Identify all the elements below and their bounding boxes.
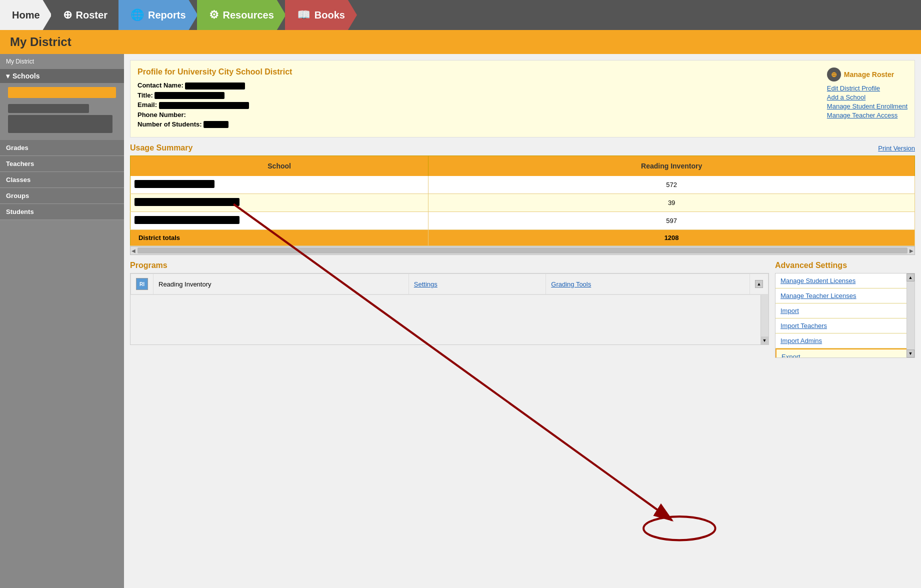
program-row: RI Reading Inventory Settings Grading To…: [131, 274, 768, 294]
advanced-title: Advanced Settings: [775, 261, 915, 270]
reading-cell-1: 572: [428, 176, 915, 194]
usage-title: Usage Summary: [130, 144, 192, 152]
manage-student-licenses-item[interactable]: Manage Student Licenses: [776, 274, 914, 288]
import-item[interactable]: Import: [776, 304, 914, 318]
table-row: 39: [130, 194, 915, 212]
school-cell-3: [130, 212, 428, 230]
program-icon-cell: RI: [131, 274, 154, 294]
tab-roster[interactable]: ⊕ Roster: [51, 0, 120, 30]
settings-cell[interactable]: Settings: [408, 274, 546, 294]
roster-icon-circle: ⊕: [827, 68, 841, 82]
sidebar-school-item-1[interactable]: [8, 87, 116, 98]
grading-link[interactable]: Grading Tools: [551, 280, 591, 288]
sidebar-breadcrumb: My District: [0, 54, 124, 69]
table-scrollbar[interactable]: ◀ ▶: [130, 246, 915, 255]
phone-field: Phone Number:: [138, 111, 908, 118]
tab-home[interactable]: Home: [0, 0, 52, 30]
programs-table-wrap: RI Reading Inventory Settings Grading To…: [130, 273, 769, 345]
students-value-redacted: [204, 121, 228, 128]
books-label: Books: [314, 10, 345, 21]
scroll-right-arrow[interactable]: ▶: [910, 248, 914, 254]
scroll-left-arrow[interactable]: ◀: [132, 248, 136, 254]
manage-teacher-licenses-item[interactable]: Manage Teacher Licenses: [776, 288, 914, 304]
programs-left: Programs RI Reading Inventory: [130, 261, 769, 358]
roster-label: Roster: [76, 10, 108, 21]
email-field: Email:: [138, 101, 908, 109]
students-field: Number of Students:: [138, 120, 908, 128]
manage-enrollment-link[interactable]: Manage Student Enrollment: [827, 102, 908, 110]
usage-section: Usage Summary Print Version School Readi…: [130, 144, 915, 255]
usage-table: School Reading Inventory 572 39: [130, 156, 915, 246]
programs-content-area: ▼: [130, 294, 768, 344]
prog-scroll-down[interactable]: ▼: [760, 336, 768, 344]
add-school-link[interactable]: Add a School: [827, 94, 908, 101]
resources-label: Resources: [223, 10, 274, 21]
col-reading: Reading Inventory: [428, 156, 915, 176]
manage-student-licenses-link[interactable]: Manage Student Licenses: [780, 277, 856, 284]
settings-link[interactable]: Settings: [414, 280, 438, 288]
scrollbar-track[interactable]: [138, 248, 908, 254]
email-value-redacted: [159, 102, 249, 109]
sidebar-item-groups[interactable]: Groups: [0, 188, 124, 204]
sidebar-item-classes[interactable]: Classes: [0, 172, 124, 188]
resources-icon: ⚙: [209, 8, 219, 22]
import-admins-link[interactable]: Import Admins: [780, 337, 822, 344]
manage-teacher-licenses-link[interactable]: Manage Teacher Licenses: [780, 292, 856, 300]
totals-label: District totals: [130, 230, 428, 246]
adv-scroll-up-arrow[interactable]: ▲: [906, 274, 914, 282]
table-row: 597: [130, 212, 915, 230]
advanced-items-list: Manage Student Licenses Manage Teacher L…: [776, 274, 914, 358]
books-icon: 📖: [297, 8, 310, 22]
adv-scroll-down-arrow[interactable]: ▼: [906, 350, 914, 358]
grading-cell[interactable]: Grading Tools: [546, 274, 750, 294]
export-link[interactable]: Export: [782, 353, 800, 358]
sidebar-item-teachers[interactable]: Teachers: [0, 156, 124, 172]
title-field: Title:: [138, 92, 908, 100]
school-cell-2: [130, 194, 428, 212]
tab-books[interactable]: 📖 Books: [285, 0, 357, 30]
manage-roster-section: ⊕ Manage Roster Edit District Profile Ad…: [827, 68, 908, 120]
export-item[interactable]: Export: [776, 348, 914, 358]
totals-row: District totals 1208: [130, 230, 915, 246]
sidebar-item-students[interactable]: Students: [0, 204, 124, 220]
sidebar-school-item-3[interactable]: [8, 115, 112, 133]
table-row: 572: [130, 176, 915, 194]
reports-label: Reports: [148, 10, 186, 21]
print-version-link[interactable]: Print Version: [878, 144, 915, 152]
import-link[interactable]: Import: [780, 307, 799, 314]
profile-box: Profile for University City School Distr…: [130, 60, 915, 138]
page-title: My District: [0, 30, 921, 54]
advanced-settings: Advanced Settings Manage Student License…: [775, 261, 915, 358]
title-value-redacted: [154, 92, 224, 99]
import-teachers-link[interactable]: Import Teachers: [780, 322, 827, 330]
school-cell-1: [130, 176, 428, 194]
reading-inventory-icon: RI: [136, 278, 148, 290]
programs-table: RI Reading Inventory Settings Grading To…: [130, 274, 768, 294]
sidebar-school-item-2[interactable]: [8, 104, 89, 113]
reports-icon: 🌐: [130, 8, 144, 22]
programs-section: Programs RI Reading Inventory: [130, 261, 915, 358]
import-admins-item[interactable]: Import Admins: [776, 334, 914, 348]
manage-roster-title: ⊕ Manage Roster: [827, 68, 908, 82]
prog-scroll-up[interactable]: ▲: [755, 280, 763, 288]
home-label: Home: [12, 10, 40, 21]
sidebar-item-grades[interactable]: Grades: [0, 140, 124, 156]
edit-district-link[interactable]: Edit District Profile: [827, 84, 908, 92]
import-teachers-item[interactable]: Import Teachers: [776, 318, 914, 334]
usage-header-row: Usage Summary Print Version: [130, 144, 915, 152]
col-school: School: [130, 156, 428, 176]
contact-value-redacted: [185, 82, 245, 90]
adv-scrollbar: ▲ ▼: [906, 274, 914, 358]
profile-title: Profile for University City School Distr…: [138, 68, 908, 76]
program-name-cell: Reading Inventory: [154, 274, 409, 294]
sidebar-item-schools[interactable]: ▾ Schools: [0, 69, 124, 83]
totals-value: 1208: [428, 230, 915, 246]
prog-scroll-col: ▲: [750, 274, 768, 294]
prog-scrollbar-track[interactable]: ▼: [760, 295, 768, 344]
reading-cell-2: 39: [428, 194, 915, 212]
tab-resources[interactable]: ⚙ Resources: [197, 0, 286, 30]
programs-title: Programs: [130, 261, 769, 270]
manage-teacher-link[interactable]: Manage Teacher Access: [827, 112, 908, 119]
tab-reports[interactable]: 🌐 Reports: [118, 0, 198, 30]
svg-point-2: [644, 516, 715, 540]
